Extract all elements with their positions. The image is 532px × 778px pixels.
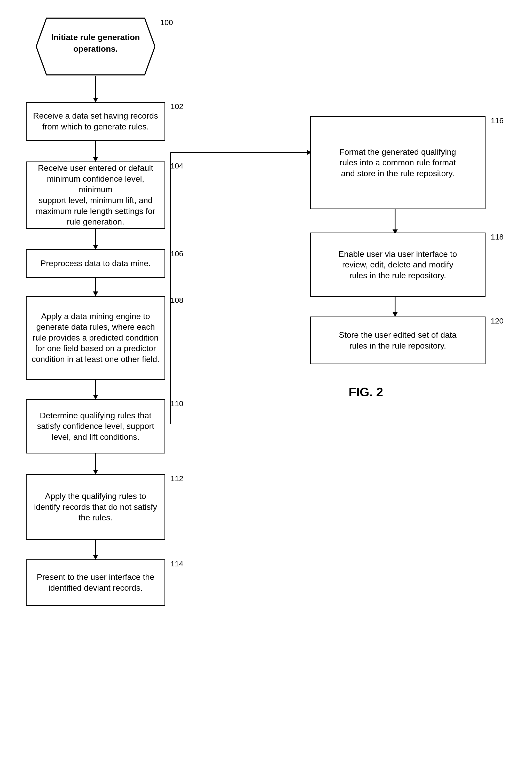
tag-116: 116 (491, 116, 504, 125)
node-106: Preprocess data to data mine. (26, 249, 165, 278)
tag-104: 104 (170, 161, 183, 170)
svg-marker-20 (392, 312, 398, 317)
svg-marker-7 (93, 292, 98, 296)
tag-114: 114 (170, 559, 183, 568)
node-102: Receive a data set having recordsfrom wh… (26, 102, 165, 141)
svg-marker-13 (93, 555, 98, 560)
svg-text:Initiate rule generation: Initiate rule generation (51, 32, 140, 42)
svg-marker-3 (93, 157, 98, 162)
node-100: Initiate rule generation operations. (36, 15, 155, 79)
svg-marker-5 (93, 245, 98, 250)
svg-marker-9 (93, 395, 98, 399)
node-110: Determine qualifying rules thatsatisfy c… (26, 399, 165, 454)
tag-110: 110 (170, 399, 183, 408)
svg-marker-11 (93, 470, 98, 474)
svg-marker-1 (93, 98, 98, 102)
diagram-container: Initiate rule generation operations. 100… (0, 0, 532, 778)
tag-108: 108 (170, 296, 183, 305)
node-114: Present to the user interface theidentif… (26, 559, 165, 606)
node-112: Apply the qualifying rules toidentify re… (26, 474, 165, 540)
tag-112: 112 (170, 474, 183, 483)
node-108: Apply a data mining engine togenerate da… (26, 296, 165, 380)
figure-label: FIG. 2 (349, 385, 383, 399)
tag-120: 120 (491, 316, 504, 325)
node-118: Enable user via user interface toreview,… (310, 233, 485, 297)
svg-text:operations.: operations. (73, 44, 118, 54)
node-120: Store the user edited set of datarules i… (310, 316, 485, 364)
node-104: Receive user entered or defaultminimum c… (26, 161, 165, 229)
tag-106: 106 (170, 249, 183, 258)
node-116: Format the generated qualifyingrules int… (310, 116, 485, 209)
tag-100: 100 (160, 18, 173, 27)
tag-102: 102 (170, 102, 183, 111)
tag-118: 118 (491, 233, 504, 241)
